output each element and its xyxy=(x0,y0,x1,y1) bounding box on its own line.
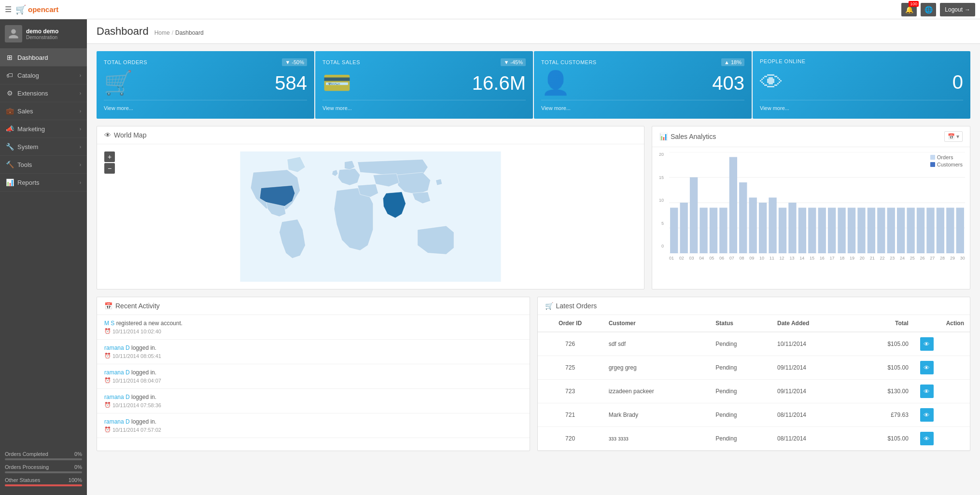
x-axis-label: 12 xyxy=(780,256,784,261)
y-axis-labels: 05101520 xyxy=(652,152,666,248)
avatar xyxy=(5,25,22,42)
chart-bar xyxy=(877,208,885,254)
order-status-label: Orders Processing 0% xyxy=(5,464,82,470)
activity-time: ⏰ 10/11/2014 08:05:41 xyxy=(104,353,522,359)
view-order-button[interactable]: 👁 xyxy=(920,432,934,445)
chevron-right-icon: › xyxy=(80,126,81,132)
view-order-button[interactable]: 👁 xyxy=(920,337,934,351)
sidebar-item-extensions[interactable]: ⚙ Extensions › xyxy=(0,84,87,102)
clock-icon: ⏰ xyxy=(104,328,111,334)
chart-bar xyxy=(926,208,934,254)
order-action: 👁 xyxy=(914,356,970,380)
sidebar-item-reports[interactable]: 📊 Reports › xyxy=(0,174,87,192)
map-zoom-in-button[interactable]: + xyxy=(104,151,115,162)
sidebar-item-system[interactable]: 🔧 System › xyxy=(0,138,87,156)
logo-cart-icon: 🛒 xyxy=(15,4,26,15)
chart-bar xyxy=(680,203,687,253)
world-map-container: + − xyxy=(97,144,644,289)
stat-card-people-online: PEOPLE ONLINE 👁 0 View more... xyxy=(753,51,970,119)
chart-bar xyxy=(887,208,895,254)
chart-bar xyxy=(779,208,786,254)
world-map-header: 👁 World Map xyxy=(97,126,644,144)
chart-bar xyxy=(769,198,776,254)
activity-user-link[interactable]: ramana D xyxy=(104,344,130,351)
x-axis-label: 04 xyxy=(699,256,704,261)
order-status-pct: 100% xyxy=(69,477,82,483)
legend-label: Customers xyxy=(937,162,963,167)
stat-card-link[interactable]: View more... xyxy=(541,105,571,111)
orders-col-header: Date Added xyxy=(771,315,853,332)
calendar-icon: 📅 xyxy=(948,133,955,140)
logout-button[interactable]: Logout → xyxy=(940,3,975,16)
chart-bar xyxy=(848,208,855,254)
table-row: 723 izzadeen packeer Pending 09/11/2014 … xyxy=(538,380,970,403)
navbar-left: ☰ 🛒 opencart xyxy=(5,4,58,15)
orders-table: Order IDCustomerStatusDate AddedTotalAct… xyxy=(538,315,970,451)
x-axis-label: 18 xyxy=(840,256,844,261)
hamburger-icon[interactable]: ☰ xyxy=(5,5,12,14)
order-status-bar xyxy=(5,484,82,486)
view-order-button[interactable]: 👁 xyxy=(920,361,934,374)
chart-container: OrdersCustomers 010203040506070809101112… xyxy=(652,147,970,275)
stat-card-link[interactable]: View more... xyxy=(322,105,352,111)
sidebar-item-tools[interactable]: 🔨 Tools › xyxy=(0,156,87,174)
activity-user-link[interactable]: M S xyxy=(104,320,114,327)
order-date: 10/11/2014 xyxy=(771,332,853,356)
x-axis-label: 03 xyxy=(689,256,694,261)
table-row: 721 Mark Brady Pending 08/11/2014 £79.63… xyxy=(538,403,970,427)
sidebar-marketing-icon: 📣 xyxy=(6,125,14,133)
order-action: 👁 xyxy=(914,427,970,451)
order-action: 👁 xyxy=(914,403,970,427)
stat-card-header: PEOPLE ONLINE xyxy=(760,58,963,64)
view-order-button[interactable]: 👁 xyxy=(920,385,934,398)
sidebar-item-left: 🏷 Catalog xyxy=(6,71,39,79)
order-status-label: Other Statuses 100% xyxy=(5,477,82,483)
view-order-button[interactable]: 👁 xyxy=(920,408,934,422)
activity-user-link[interactable]: ramana D xyxy=(104,418,130,425)
notification-badge: 100 xyxy=(909,1,919,7)
sidebar-item-marketing[interactable]: 📣 Marketing › xyxy=(0,120,87,138)
activity-text: M S registered a new account. xyxy=(104,320,522,327)
sidebar-item-label: Marketing xyxy=(17,125,45,133)
breadcrumb-home[interactable]: Home xyxy=(154,29,170,36)
sidebar: demo demo Demonstration ⊞ Dashboard 🏷 Ca… xyxy=(0,19,87,495)
activity-user-link[interactable]: ramana D xyxy=(104,394,130,400)
activity-action: logged in. xyxy=(130,394,156,400)
page-header: Dashboard Home / Dashboard xyxy=(87,19,980,44)
chevron-right-icon: › xyxy=(80,109,81,114)
stat-card-icon: 🛒 xyxy=(104,69,133,96)
order-status-section: Orders Completed 0% Orders Processing 0%… xyxy=(0,446,87,495)
x-axis-label: 06 xyxy=(719,256,724,261)
logo: 🛒 opencart xyxy=(15,4,58,15)
stat-card-link[interactable]: View more... xyxy=(104,105,133,111)
x-axis-label: 23 xyxy=(890,256,895,261)
sidebar-item-dashboard[interactable]: ⊞ Dashboard xyxy=(0,49,87,67)
stat-card-badge: ▼ -50% xyxy=(282,58,307,66)
sidebar-dashboard-icon: ⊞ xyxy=(6,54,14,61)
map-zoom-out-button[interactable]: − xyxy=(104,163,115,174)
dropdown-icon: ▾ xyxy=(956,133,959,140)
chart-bar xyxy=(857,208,865,254)
sidebar-item-left: ⚙ Extensions xyxy=(6,89,48,97)
language-button[interactable]: 🌐 xyxy=(921,3,936,16)
x-axis-label: 20 xyxy=(860,256,865,261)
order-date: 09/11/2014 xyxy=(771,380,853,403)
sidebar-item-left: 🔧 System xyxy=(6,143,38,151)
activity-user-link[interactable]: ramana D xyxy=(104,369,130,376)
notification-button[interactable]: 🔔 100 xyxy=(901,3,917,16)
x-axis-label: 27 xyxy=(930,256,935,261)
sidebar-item-catalog[interactable]: 🏷 Catalog › xyxy=(0,67,87,84)
orders-table-body: 726 sdf sdf Pending 10/11/2014 $105.00 👁… xyxy=(538,332,970,451)
chart-bar xyxy=(917,208,924,254)
sidebar-profile: demo demo Demonstration xyxy=(0,19,87,49)
stat-card-footer: View more... xyxy=(760,100,963,111)
page-title: Dashboard xyxy=(97,25,149,38)
order-status-pct: 0% xyxy=(74,451,82,457)
calendar-icon-small: 📅 xyxy=(104,302,112,310)
sidebar-item-sales[interactable]: 💼 Sales › xyxy=(0,102,87,120)
stat-card-value: 0 xyxy=(952,71,963,93)
sidebar-sales-icon: 💼 xyxy=(6,107,14,115)
calendar-button[interactable]: 📅 ▾ xyxy=(944,131,963,142)
stat-card-link[interactable]: View more... xyxy=(760,105,789,111)
chart-bar xyxy=(956,208,964,254)
